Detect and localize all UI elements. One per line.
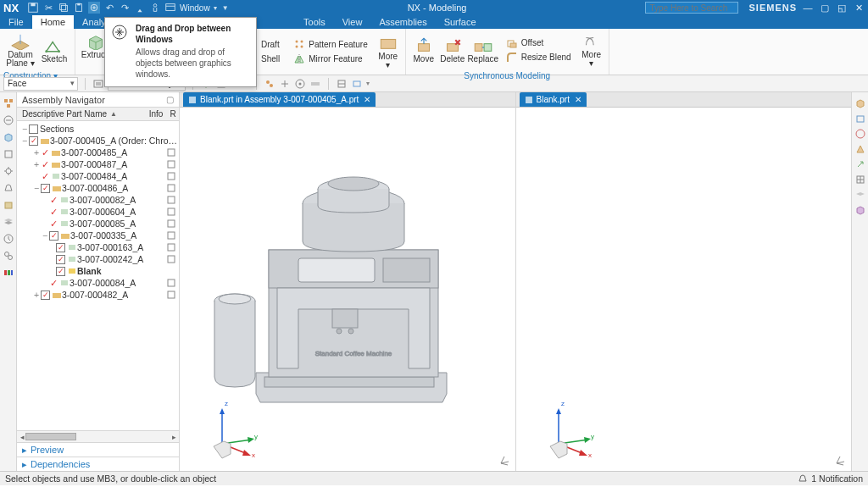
col-part-name[interactable]: Descriptive Part Name <box>22 109 107 119</box>
panel-dock-icon[interactable]: ▢ <box>166 95 174 104</box>
delete-button[interactable]: Delete <box>438 35 467 65</box>
tree-scrollbar[interactable]: ◂▸ <box>17 430 179 442</box>
nav-assembly-icon[interactable] <box>3 97 14 109</box>
svg-rect-42 <box>9 99 13 102</box>
menu-file[interactable]: File <box>0 15 32 29</box>
svg-rect-61 <box>53 186 61 191</box>
sel-tool-9-icon[interactable] <box>351 78 363 90</box>
save-icon[interactable] <box>27 2 39 14</box>
svg-rect-64 <box>168 196 175 203</box>
canvas-right[interactable]: z y x <box>516 108 852 471</box>
menu-tools[interactable]: Tools <box>295 15 334 29</box>
tab-right[interactable]: Blank.prt ✕ <box>520 92 587 107</box>
filter-type-select[interactable]: Face <box>3 77 78 91</box>
svg-text:x: x <box>588 451 592 459</box>
nav-palette-icon[interactable] <box>3 267 14 279</box>
menu-home[interactable]: Home <box>32 15 74 29</box>
nav-history-icon[interactable] <box>3 233 14 245</box>
viewport-right: Blank.prt ✕ z y x <box>516 92 852 471</box>
notification-count[interactable]: 1 Notification <box>811 473 863 484</box>
svg-rect-24 <box>475 44 482 52</box>
nav-chain-icon[interactable] <box>3 250 14 262</box>
restore-icon[interactable]: ▢ <box>819 2 831 14</box>
touch-icon[interactable] <box>149 2 161 14</box>
tab-left[interactable]: Blank.prt in Assembly 3-007-000405_A.prt… <box>183 92 376 107</box>
sel-tool-8-icon[interactable] <box>336 78 348 90</box>
svg-point-18 <box>296 46 298 48</box>
rail-more-icon[interactable] <box>854 204 866 216</box>
sketch-button[interactable]: Sketch <box>37 35 71 65</box>
nav-gear-icon[interactable] <box>3 165 14 177</box>
undo-icon[interactable]: ↶ <box>103 2 115 14</box>
menu-surface[interactable]: Surface <box>436 15 485 29</box>
paste-icon[interactable] <box>73 2 85 14</box>
move-button[interactable]: Move <box>409 35 438 65</box>
pattern-feature-button[interactable]: Pattern Feature <box>290 37 370 51</box>
svg-point-19 <box>301 46 303 48</box>
rail-arrow-icon[interactable] <box>854 158 866 170</box>
assembly-tree[interactable]: −Sections −✓3-007-000405_A (Order: Chron… <box>17 121 179 430</box>
tab-close-icon[interactable]: ✕ <box>364 95 370 104</box>
nav-box-icon[interactable] <box>3 199 14 211</box>
resize-blend-button[interactable]: Resize Blend <box>503 51 575 64</box>
menu-view[interactable]: View <box>334 15 371 29</box>
preview-section[interactable]: ▸Preview <box>17 442 179 457</box>
tab-close-icon[interactable]: ✕ <box>575 95 581 104</box>
bell-icon[interactable] <box>798 473 808 484</box>
dependencies-section[interactable]: ▸Dependencies <box>17 457 179 471</box>
nav-part-icon[interactable] <box>3 131 14 143</box>
cut-icon[interactable]: ✂ <box>42 2 54 14</box>
col-r[interactable]: R <box>167 109 179 119</box>
rail-layer-icon[interactable] <box>854 189 866 201</box>
search-input[interactable] <box>645 2 738 14</box>
maximize-icon[interactable]: ◱ <box>836 2 848 14</box>
svg-rect-8 <box>166 4 175 11</box>
more-button-2[interactable]: More ▾ <box>578 30 605 69</box>
svg-text:z: z <box>561 400 565 407</box>
rail-box-icon[interactable] <box>854 113 866 125</box>
offset-button[interactable]: Offset <box>503 36 575 50</box>
window-dropdown[interactable]: Window <box>180 3 210 13</box>
more-button-1[interactable]: More ▾ <box>375 32 402 71</box>
left-nav-rail <box>0 92 17 471</box>
svg-rect-45 <box>5 151 12 158</box>
svg-rect-63 <box>61 197 68 202</box>
drag-drop-icon[interactable] <box>88 2 100 14</box>
replace-icon <box>472 36 494 55</box>
sel-tool-4-icon[interactable] <box>264 78 275 90</box>
nav-constraint-icon[interactable] <box>3 114 14 126</box>
rail-tri-icon[interactable] <box>854 143 866 155</box>
svg-rect-22 <box>418 44 429 52</box>
sel-tool-6-icon[interactable] <box>294 78 306 90</box>
rail-circle-icon[interactable] <box>854 128 866 140</box>
info-icon[interactable] <box>167 148 179 157</box>
view-triad-left[interactable]: z y x <box>205 393 264 461</box>
mini-triad-icon[interactable] <box>498 454 510 466</box>
canvas-left[interactable]: Standard Coffee Machine z y x <box>180 108 515 471</box>
rail-grid-icon[interactable] <box>854 174 866 185</box>
view-triad-right[interactable]: z y x <box>542 393 601 461</box>
sel-tool-7-icon[interactable] <box>309 78 321 90</box>
nav-notif-icon[interactable] <box>3 182 14 194</box>
svg-rect-72 <box>168 244 175 251</box>
col-info[interactable]: Info <box>145 109 167 119</box>
sel-tool-5-icon[interactable] <box>279 78 291 90</box>
nav-layers-icon[interactable] <box>3 216 14 228</box>
minimize-icon[interactable]: — <box>802 2 814 14</box>
datum-plane-button[interactable]: Datum Plane ▾ <box>3 30 37 69</box>
svg-rect-5 <box>77 3 81 6</box>
window-menu-icon[interactable] <box>164 2 176 14</box>
nav-reuse-icon[interactable] <box>3 148 14 160</box>
mirror-feature-button[interactable]: Mirror Feature <box>290 52 370 65</box>
rail-cube-icon[interactable] <box>854 97 866 109</box>
pattern-icon <box>293 38 305 50</box>
menu-assemblies[interactable]: Assemblies <box>370 15 435 29</box>
redo-icon[interactable]: ↷ <box>119 2 131 14</box>
svg-point-103 <box>856 130 865 138</box>
pin-icon[interactable] <box>134 2 146 14</box>
mini-triad-icon[interactable] <box>834 454 846 466</box>
close-icon[interactable]: ✕ <box>853 2 865 14</box>
resize-blend-icon <box>506 52 518 64</box>
copy-icon[interactable] <box>58 2 70 14</box>
replace-button[interactable]: Replace <box>467 35 499 65</box>
